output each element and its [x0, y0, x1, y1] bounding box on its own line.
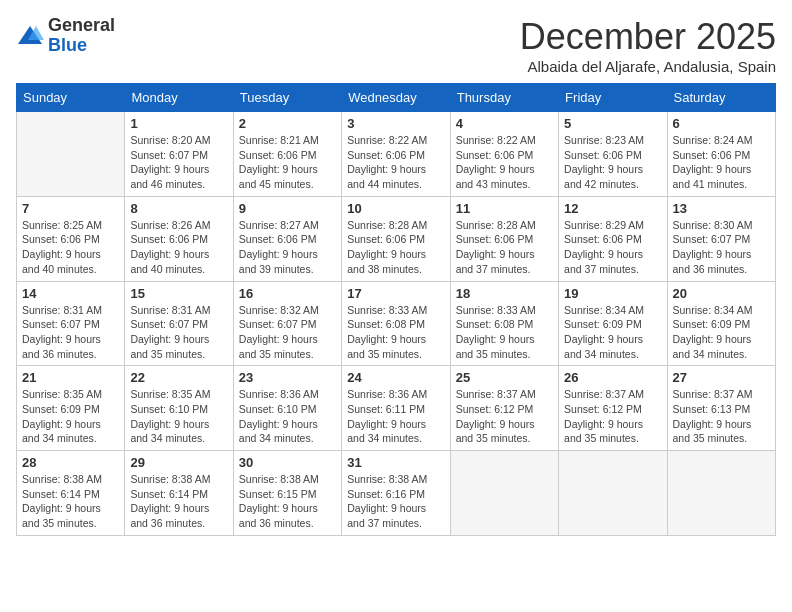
calendar-day-cell: [17, 112, 125, 197]
logo-icon: [16, 22, 44, 50]
day-info: Sunrise: 8:22 AMSunset: 6:06 PMDaylight:…: [347, 133, 444, 192]
day-number: 14: [22, 286, 119, 301]
day-number: 21: [22, 370, 119, 385]
day-number: 15: [130, 286, 227, 301]
day-number: 3: [347, 116, 444, 131]
calendar-day-cell: 14Sunrise: 8:31 AMSunset: 6:07 PMDayligh…: [17, 281, 125, 366]
calendar-table: SundayMondayTuesdayWednesdayThursdayFrid…: [16, 83, 776, 536]
day-info: Sunrise: 8:35 AMSunset: 6:09 PMDaylight:…: [22, 387, 119, 446]
day-of-week-header: Tuesday: [233, 84, 341, 112]
day-info: Sunrise: 8:33 AMSunset: 6:08 PMDaylight:…: [456, 303, 553, 362]
calendar-day-cell: 7Sunrise: 8:25 AMSunset: 6:06 PMDaylight…: [17, 196, 125, 281]
calendar-day-cell: 30Sunrise: 8:38 AMSunset: 6:15 PMDayligh…: [233, 451, 341, 536]
day-of-week-header: Friday: [559, 84, 667, 112]
day-info: Sunrise: 8:35 AMSunset: 6:10 PMDaylight:…: [130, 387, 227, 446]
title-block: December 2025 Albaida del Aljarafe, Anda…: [520, 16, 776, 75]
day-of-week-header: Saturday: [667, 84, 775, 112]
day-info: Sunrise: 8:28 AMSunset: 6:06 PMDaylight:…: [347, 218, 444, 277]
day-info: Sunrise: 8:38 AMSunset: 6:16 PMDaylight:…: [347, 472, 444, 531]
day-number: 7: [22, 201, 119, 216]
calendar-day-cell: 26Sunrise: 8:37 AMSunset: 6:12 PMDayligh…: [559, 366, 667, 451]
day-info: Sunrise: 8:23 AMSunset: 6:06 PMDaylight:…: [564, 133, 661, 192]
calendar-day-cell: 18Sunrise: 8:33 AMSunset: 6:08 PMDayligh…: [450, 281, 558, 366]
calendar-day-cell: [559, 451, 667, 536]
day-number: 27: [673, 370, 770, 385]
day-info: Sunrise: 8:25 AMSunset: 6:06 PMDaylight:…: [22, 218, 119, 277]
day-info: Sunrise: 8:37 AMSunset: 6:13 PMDaylight:…: [673, 387, 770, 446]
calendar-week-row: 21Sunrise: 8:35 AMSunset: 6:09 PMDayligh…: [17, 366, 776, 451]
calendar-week-row: 14Sunrise: 8:31 AMSunset: 6:07 PMDayligh…: [17, 281, 776, 366]
day-info: Sunrise: 8:26 AMSunset: 6:06 PMDaylight:…: [130, 218, 227, 277]
day-number: 11: [456, 201, 553, 216]
day-info: Sunrise: 8:21 AMSunset: 6:06 PMDaylight:…: [239, 133, 336, 192]
day-of-week-header: Sunday: [17, 84, 125, 112]
logo-blue: Blue: [48, 35, 87, 55]
day-info: Sunrise: 8:29 AMSunset: 6:06 PMDaylight:…: [564, 218, 661, 277]
calendar-day-cell: 20Sunrise: 8:34 AMSunset: 6:09 PMDayligh…: [667, 281, 775, 366]
calendar-day-cell: 8Sunrise: 8:26 AMSunset: 6:06 PMDaylight…: [125, 196, 233, 281]
calendar-day-cell: 24Sunrise: 8:36 AMSunset: 6:11 PMDayligh…: [342, 366, 450, 451]
day-info: Sunrise: 8:37 AMSunset: 6:12 PMDaylight:…: [456, 387, 553, 446]
calendar-day-cell: 12Sunrise: 8:29 AMSunset: 6:06 PMDayligh…: [559, 196, 667, 281]
day-number: 1: [130, 116, 227, 131]
page-header: General Blue December 2025 Albaida del A…: [16, 16, 776, 75]
calendar-day-cell: 9Sunrise: 8:27 AMSunset: 6:06 PMDaylight…: [233, 196, 341, 281]
calendar-day-cell: 21Sunrise: 8:35 AMSunset: 6:09 PMDayligh…: [17, 366, 125, 451]
calendar-day-cell: 4Sunrise: 8:22 AMSunset: 6:06 PMDaylight…: [450, 112, 558, 197]
day-of-week-header: Wednesday: [342, 84, 450, 112]
day-number: 16: [239, 286, 336, 301]
calendar-day-cell: 23Sunrise: 8:36 AMSunset: 6:10 PMDayligh…: [233, 366, 341, 451]
calendar-day-cell: 29Sunrise: 8:38 AMSunset: 6:14 PMDayligh…: [125, 451, 233, 536]
day-info: Sunrise: 8:34 AMSunset: 6:09 PMDaylight:…: [564, 303, 661, 362]
day-of-week-header: Monday: [125, 84, 233, 112]
day-number: 19: [564, 286, 661, 301]
calendar-day-cell: 25Sunrise: 8:37 AMSunset: 6:12 PMDayligh…: [450, 366, 558, 451]
logo-text: General Blue: [48, 16, 115, 56]
day-info: Sunrise: 8:38 AMSunset: 6:15 PMDaylight:…: [239, 472, 336, 531]
calendar-header-row: SundayMondayTuesdayWednesdayThursdayFrid…: [17, 84, 776, 112]
day-info: Sunrise: 8:36 AMSunset: 6:10 PMDaylight:…: [239, 387, 336, 446]
day-number: 26: [564, 370, 661, 385]
day-info: Sunrise: 8:38 AMSunset: 6:14 PMDaylight:…: [22, 472, 119, 531]
day-number: 28: [22, 455, 119, 470]
day-info: Sunrise: 8:24 AMSunset: 6:06 PMDaylight:…: [673, 133, 770, 192]
day-number: 10: [347, 201, 444, 216]
calendar-day-cell: [450, 451, 558, 536]
calendar-day-cell: 31Sunrise: 8:38 AMSunset: 6:16 PMDayligh…: [342, 451, 450, 536]
day-number: 22: [130, 370, 227, 385]
day-info: Sunrise: 8:36 AMSunset: 6:11 PMDaylight:…: [347, 387, 444, 446]
calendar-week-row: 7Sunrise: 8:25 AMSunset: 6:06 PMDaylight…: [17, 196, 776, 281]
day-number: 17: [347, 286, 444, 301]
calendar-day-cell: 19Sunrise: 8:34 AMSunset: 6:09 PMDayligh…: [559, 281, 667, 366]
day-number: 4: [456, 116, 553, 131]
day-number: 12: [564, 201, 661, 216]
calendar-day-cell: 15Sunrise: 8:31 AMSunset: 6:07 PMDayligh…: [125, 281, 233, 366]
calendar-day-cell: 16Sunrise: 8:32 AMSunset: 6:07 PMDayligh…: [233, 281, 341, 366]
day-info: Sunrise: 8:20 AMSunset: 6:07 PMDaylight:…: [130, 133, 227, 192]
day-number: 2: [239, 116, 336, 131]
day-info: Sunrise: 8:31 AMSunset: 6:07 PMDaylight:…: [22, 303, 119, 362]
calendar-day-cell: 22Sunrise: 8:35 AMSunset: 6:10 PMDayligh…: [125, 366, 233, 451]
day-info: Sunrise: 8:31 AMSunset: 6:07 PMDaylight:…: [130, 303, 227, 362]
day-info: Sunrise: 8:38 AMSunset: 6:14 PMDaylight:…: [130, 472, 227, 531]
day-info: Sunrise: 8:37 AMSunset: 6:12 PMDaylight:…: [564, 387, 661, 446]
day-number: 23: [239, 370, 336, 385]
day-number: 18: [456, 286, 553, 301]
day-number: 13: [673, 201, 770, 216]
day-number: 24: [347, 370, 444, 385]
day-number: 9: [239, 201, 336, 216]
calendar-day-cell: 28Sunrise: 8:38 AMSunset: 6:14 PMDayligh…: [17, 451, 125, 536]
day-info: Sunrise: 8:30 AMSunset: 6:07 PMDaylight:…: [673, 218, 770, 277]
day-info: Sunrise: 8:27 AMSunset: 6:06 PMDaylight:…: [239, 218, 336, 277]
day-number: 25: [456, 370, 553, 385]
calendar-day-cell: 27Sunrise: 8:37 AMSunset: 6:13 PMDayligh…: [667, 366, 775, 451]
day-number: 6: [673, 116, 770, 131]
calendar-day-cell: [667, 451, 775, 536]
calendar-day-cell: 3Sunrise: 8:22 AMSunset: 6:06 PMDaylight…: [342, 112, 450, 197]
day-info: Sunrise: 8:34 AMSunset: 6:09 PMDaylight:…: [673, 303, 770, 362]
day-number: 5: [564, 116, 661, 131]
day-number: 20: [673, 286, 770, 301]
calendar-week-row: 28Sunrise: 8:38 AMSunset: 6:14 PMDayligh…: [17, 451, 776, 536]
day-info: Sunrise: 8:33 AMSunset: 6:08 PMDaylight:…: [347, 303, 444, 362]
calendar-day-cell: 10Sunrise: 8:28 AMSunset: 6:06 PMDayligh…: [342, 196, 450, 281]
